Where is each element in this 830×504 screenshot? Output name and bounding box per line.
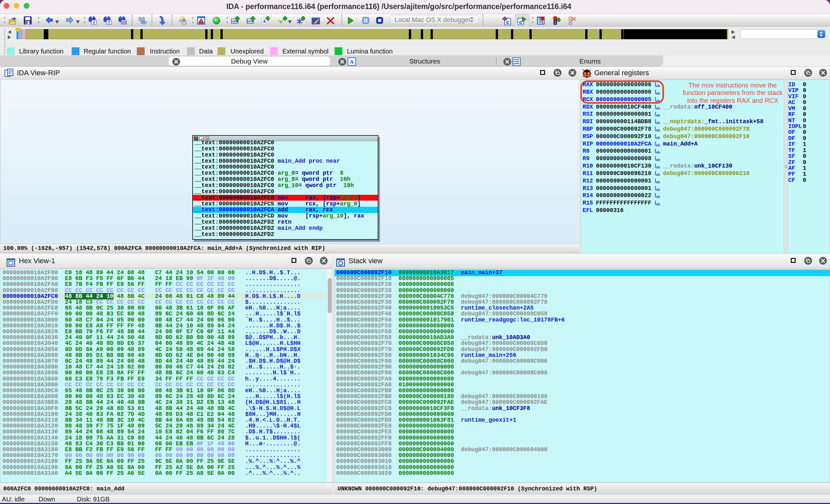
svg-text:c: c (519, 19, 522, 25)
svg-text:‘s’: ‘s’ (278, 19, 283, 24)
svg-text:A: A (263, 19, 266, 24)
svg-text:T: T (108, 21, 110, 24)
svg-text:#: # (93, 21, 95, 24)
svg-text:A: A (350, 59, 354, 65)
svg-text:101: 101 (121, 21, 127, 24)
svg-text:c: c (506, 19, 509, 25)
